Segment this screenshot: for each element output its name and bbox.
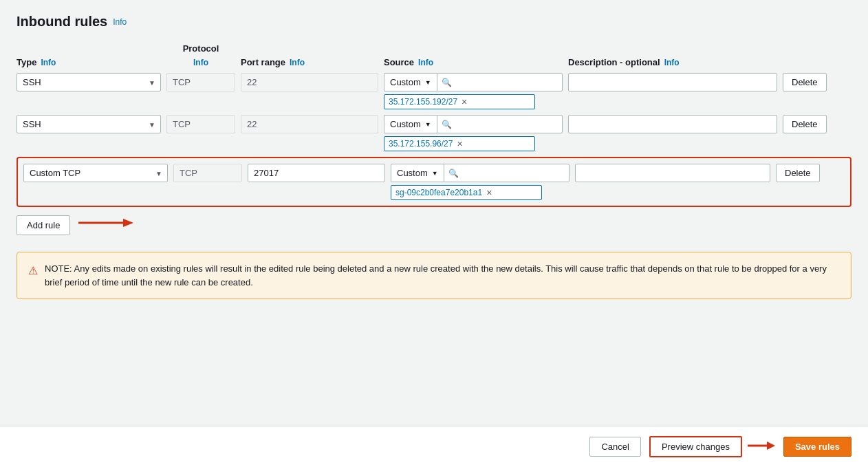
add-rule-button[interactable]: Add rule <box>17 215 70 235</box>
warning-icon: ⚠ <box>28 263 38 289</box>
source-arrow-3: ▼ <box>432 170 438 177</box>
source-arrow-2: ▼ <box>425 121 431 128</box>
source-tag-close-1[interactable]: × <box>462 97 467 107</box>
protocol-input-2 <box>166 115 235 133</box>
source-tag-text-2: 35.172.155.96/27 <box>389 139 453 149</box>
source-tag-1: 35.172.155.192/27 × <box>384 94 535 109</box>
type-select-1[interactable]: SSH <box>17 73 161 91</box>
source-type-select-3[interactable]: Custom ▼ <box>391 164 444 182</box>
svg-marker-3 <box>767 442 775 450</box>
source-search-input-1[interactable] <box>437 73 563 91</box>
source-tag-3: sg-09c2b0fea7e20b1a1 × <box>391 185 542 200</box>
description-input-1[interactable] <box>568 73 777 91</box>
rule-row: SSH ▼ Custom ▼ 🔍 35.172.155.192/27 <box>17 73 851 109</box>
type-select-wrapper-2: SSH ▼ <box>17 115 161 133</box>
note-text: NOTE: Any edits made on existing rules w… <box>45 262 840 289</box>
port-range-input-3[interactable] <box>248 164 385 182</box>
type-select-2[interactable]: SSH <box>17 115 161 133</box>
source-col-2: Custom ▼ 🔍 35.172.155.96/27 × <box>384 115 563 151</box>
protocol-info-link[interactable]: Info <box>193 58 208 67</box>
source-type-select-1[interactable]: Custom ▼ <box>384 73 437 91</box>
delete-button-2[interactable]: Delete <box>783 115 827 133</box>
source-type-select-2[interactable]: Custom ▼ <box>384 115 437 133</box>
col-header-source: Source Info <box>384 57 563 67</box>
delete-cell-2: Delete <box>783 115 851 133</box>
description-cell-1 <box>568 73 777 91</box>
source-tag-close-3[interactable]: × <box>486 188 492 197</box>
port-range-cell-1 <box>241 73 378 91</box>
description-cell-2 <box>568 115 777 133</box>
protocol-input-1 <box>166 73 235 91</box>
cancel-button[interactable]: Cancel <box>589 437 640 457</box>
type-select-wrapper-3: Custom TCP ▼ <box>23 164 168 182</box>
port-range-cell-3 <box>248 164 385 182</box>
description-info-link[interactable]: Info <box>664 58 680 67</box>
col-header-port-range: Port range Info <box>241 57 378 67</box>
svg-marker-1 <box>123 219 133 227</box>
type-info-link[interactable]: Info <box>41 58 56 67</box>
source-tag-2: 35.172.155.96/27 × <box>384 136 535 151</box>
rule-row-highlighted: Custom TCP ▼ Custom ▼ 🔍 sg-09c2b0fea <box>17 157 851 207</box>
source-tag-text-3: sg-09c2b0fea7e20b1a1 <box>395 188 482 197</box>
note-box: ⚠ NOTE: Any edits made on existing rules… <box>17 252 851 299</box>
description-input-2[interactable] <box>568 115 777 133</box>
source-arrow-1: ▼ <box>425 79 431 86</box>
footer-bar: Cancel Preview changes Save rules <box>0 426 868 467</box>
source-tag-close-2[interactable]: × <box>457 139 462 149</box>
description-input-3[interactable] <box>575 164 770 182</box>
protocol-input-3 <box>173 164 242 182</box>
delete-cell-3: Delete <box>776 164 845 182</box>
protocol-cell-1 <box>166 73 235 91</box>
port-range-input-1 <box>241 73 378 91</box>
protocol-cell-3 <box>173 164 242 182</box>
delete-button-1[interactable]: Delete <box>783 73 827 91</box>
preview-changes-button[interactable]: Preview changes <box>649 436 742 457</box>
source-search-input-2[interactable] <box>437 115 563 133</box>
page-title: Inbound rules <box>17 14 107 30</box>
page-title-info-link[interactable]: Info <box>113 17 127 27</box>
description-cell-3 <box>575 164 770 182</box>
col-header-type: Type Info <box>17 57 161 67</box>
source-col-1: Custom ▼ 🔍 35.172.155.192/27 × <box>384 73 563 109</box>
col-header-description: Description - optional Info <box>568 57 777 67</box>
delete-cell-1: Delete <box>783 73 851 91</box>
add-rule-arrow-indicator <box>78 216 133 232</box>
type-select-wrapper: SSH ▼ <box>17 73 161 91</box>
type-select-3[interactable]: Custom TCP <box>23 164 168 182</box>
save-rules-button[interactable]: Save rules <box>783 437 851 457</box>
source-tag-text-1: 35.172.155.192/27 <box>389 97 457 107</box>
port-range-cell-2 <box>241 115 378 133</box>
port-range-info-link[interactable]: Info <box>290 58 305 67</box>
protocol-cell-2 <box>166 115 235 133</box>
col-header-protocol: Protocol Info <box>166 43 235 67</box>
delete-button-3[interactable]: Delete <box>776 164 820 182</box>
port-range-input-2 <box>241 115 378 133</box>
preview-arrow-indicator <box>748 439 775 455</box>
source-col-3: Custom ▼ 🔍 sg-09c2b0fea7e20b1a1 × <box>391 164 569 200</box>
source-info-link[interactable]: Info <box>418 58 433 67</box>
rule-row: SSH ▼ Custom ▼ 🔍 35.172.155.96/27 <box>17 115 851 151</box>
source-search-input-3[interactable] <box>444 164 569 182</box>
